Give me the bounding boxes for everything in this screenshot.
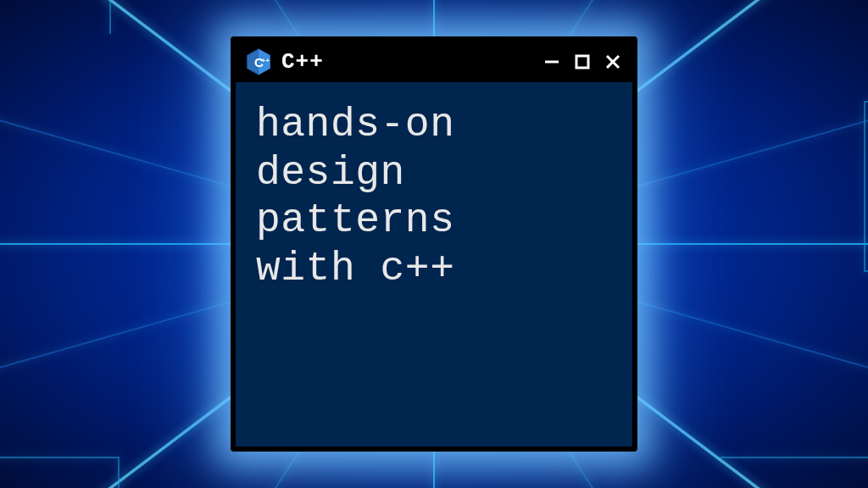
- titlebar[interactable]: C + + C++: [236, 42, 632, 82]
- terminal-content: hands-on design patterns with c++: [236, 82, 632, 446]
- cpp-icon: C + +: [244, 47, 273, 76]
- window-controls: [541, 51, 624, 73]
- minimize-button[interactable]: [541, 51, 563, 73]
- close-button[interactable]: [602, 51, 624, 73]
- svg-text:+: +: [261, 57, 265, 64]
- window-title: C++: [281, 49, 532, 75]
- svg-rect-24: [576, 56, 588, 68]
- terminal-window: C + + C++ hands-on design patterns with …: [231, 36, 637, 452]
- svg-text:+: +: [266, 57, 270, 64]
- maximize-button[interactable]: [571, 51, 593, 73]
